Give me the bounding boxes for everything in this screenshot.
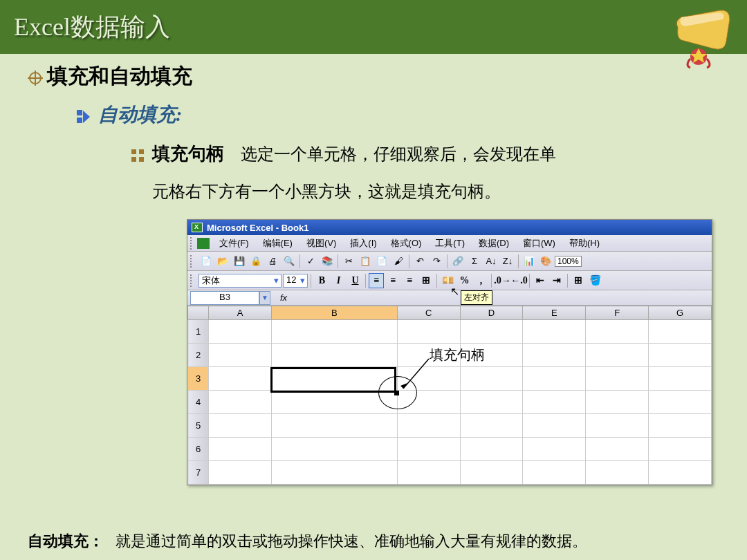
cell[interactable] bbox=[397, 320, 460, 344]
cell[interactable] bbox=[272, 320, 398, 344]
row-header-6[interactable]: 6 bbox=[188, 438, 209, 461]
preview-icon[interactable]: 🔍 bbox=[282, 254, 297, 269]
print-icon[interactable]: 🖨 bbox=[265, 254, 280, 269]
cell[interactable] bbox=[523, 344, 586, 367]
cell[interactable] bbox=[586, 391, 649, 414]
menu-file[interactable]: 文件(F) bbox=[212, 236, 256, 251]
cell[interactable] bbox=[523, 391, 586, 414]
column-header-f[interactable]: F bbox=[586, 306, 649, 320]
row-header-4[interactable]: 4 bbox=[188, 391, 209, 414]
cell-b3[interactable] bbox=[272, 367, 398, 391]
name-box-dropdown[interactable]: ▼ bbox=[259, 291, 270, 305]
cell[interactable] bbox=[397, 461, 460, 485]
cell[interactable] bbox=[649, 414, 712, 438]
increase-decimal-button[interactable]: .0→ bbox=[495, 273, 510, 288]
cell[interactable] bbox=[272, 438, 398, 461]
toolbar-grip-icon[interactable] bbox=[190, 237, 193, 250]
cell[interactable] bbox=[272, 391, 398, 414]
cell[interactable] bbox=[460, 461, 523, 485]
align-center-button[interactable]: ≡ bbox=[385, 273, 400, 288]
cell[interactable] bbox=[272, 461, 398, 485]
menu-help[interactable]: 帮助(H) bbox=[562, 236, 607, 251]
cell[interactable] bbox=[586, 367, 649, 391]
cell[interactable] bbox=[523, 367, 586, 391]
row-header-3[interactable]: 3 bbox=[188, 367, 209, 391]
row-header-7[interactable]: 7 bbox=[188, 461, 209, 485]
cell[interactable] bbox=[209, 461, 272, 485]
cell[interactable] bbox=[523, 414, 586, 438]
open-icon[interactable]: 📂 bbox=[215, 254, 230, 269]
cell[interactable] bbox=[586, 461, 649, 485]
increase-indent-button[interactable]: ⇥ bbox=[549, 273, 564, 288]
select-all-corner[interactable] bbox=[188, 306, 209, 320]
window-titlebar[interactable]: Microsoft Excel - Book1 bbox=[187, 220, 712, 235]
underline-button[interactable]: U bbox=[347, 273, 362, 288]
toolbar-grip-icon[interactable] bbox=[190, 255, 193, 268]
menu-tools[interactable]: 工具(T) bbox=[428, 236, 472, 251]
decrease-decimal-button[interactable]: ←.0 bbox=[511, 273, 526, 288]
cell[interactable] bbox=[272, 344, 398, 367]
cell[interactable] bbox=[649, 367, 712, 391]
fill-color-button[interactable]: 🪣 bbox=[587, 273, 602, 288]
column-header-b[interactable]: B bbox=[272, 306, 398, 320]
sort-asc-icon[interactable]: A↓ bbox=[483, 254, 499, 269]
menu-format[interactable]: 格式(O) bbox=[384, 236, 429, 251]
zoom-level[interactable]: 100% bbox=[555, 256, 582, 267]
cell[interactable] bbox=[397, 391, 460, 414]
cell[interactable] bbox=[460, 438, 523, 461]
format-painter-icon[interactable]: 🖌 bbox=[391, 254, 406, 269]
cell[interactable] bbox=[649, 461, 712, 485]
spelling-icon[interactable]: ✓ bbox=[303, 254, 318, 269]
cell[interactable] bbox=[649, 391, 712, 414]
row-header-5[interactable]: 5 bbox=[188, 414, 209, 438]
align-left-button[interactable]: ≡ bbox=[369, 273, 384, 288]
menu-window[interactable]: 窗口(W) bbox=[516, 236, 562, 251]
permission-icon[interactable]: 🔒 bbox=[248, 254, 264, 269]
cell[interactable] bbox=[523, 320, 586, 344]
column-header-e[interactable]: E bbox=[523, 306, 586, 320]
column-header-c[interactable]: C bbox=[397, 306, 460, 320]
toolbar-grip-icon[interactable] bbox=[190, 274, 193, 287]
worksheet-grid[interactable]: A B C D E F G 1 2 3 4 5 6 7 bbox=[187, 306, 712, 485]
drawing-icon[interactable]: 🎨 bbox=[538, 254, 553, 269]
menu-data[interactable]: 数据(D) bbox=[472, 236, 516, 251]
undo-icon[interactable]: ↶ bbox=[412, 254, 427, 269]
cell[interactable] bbox=[209, 344, 272, 367]
align-right-button[interactable]: ≡ bbox=[402, 273, 417, 288]
cell[interactable] bbox=[649, 320, 712, 344]
column-header-g[interactable]: G bbox=[649, 306, 712, 320]
merge-button[interactable]: ⊞ bbox=[418, 273, 434, 288]
cell[interactable] bbox=[523, 461, 586, 485]
row-header-2[interactable]: 2 bbox=[188, 344, 209, 367]
menu-insert[interactable]: 插入(I) bbox=[343, 236, 383, 251]
row-header-1[interactable]: 1 bbox=[188, 320, 209, 344]
research-icon[interactable]: 📚 bbox=[320, 254, 335, 269]
menu-edit[interactable]: 编辑(E) bbox=[256, 236, 299, 251]
bold-button[interactable]: B bbox=[314, 273, 329, 288]
column-header-d[interactable]: D bbox=[460, 306, 523, 320]
borders-button[interactable]: ⊞ bbox=[571, 273, 586, 288]
cell[interactable] bbox=[209, 438, 272, 461]
copy-icon[interactable]: 📋 bbox=[358, 254, 373, 269]
autosum-icon[interactable]: Σ bbox=[467, 254, 482, 269]
italic-button[interactable]: I bbox=[331, 273, 346, 288]
cell[interactable] bbox=[586, 344, 649, 367]
comma-button[interactable]: , bbox=[473, 273, 488, 288]
cell[interactable] bbox=[209, 367, 272, 391]
cell[interactable] bbox=[209, 414, 272, 438]
name-box[interactable]: B3 bbox=[190, 291, 259, 305]
cell[interactable] bbox=[586, 320, 649, 344]
cell[interactable] bbox=[209, 391, 272, 414]
decrease-indent-button[interactable]: ⇤ bbox=[533, 273, 548, 288]
sort-desc-icon[interactable]: Z↓ bbox=[500, 254, 515, 269]
fx-label[interactable]: fx bbox=[270, 292, 294, 303]
new-icon[interactable]: 📄 bbox=[199, 254, 214, 269]
cell[interactable] bbox=[460, 320, 523, 344]
cell[interactable] bbox=[460, 367, 523, 391]
font-size-select[interactable]: 12 bbox=[283, 274, 308, 288]
cell[interactable] bbox=[649, 438, 712, 461]
hyperlink-icon[interactable]: 🔗 bbox=[450, 254, 465, 269]
font-name-select[interactable]: 宋体 bbox=[199, 274, 282, 288]
cell[interactable] bbox=[397, 438, 460, 461]
cell[interactable] bbox=[460, 391, 523, 414]
